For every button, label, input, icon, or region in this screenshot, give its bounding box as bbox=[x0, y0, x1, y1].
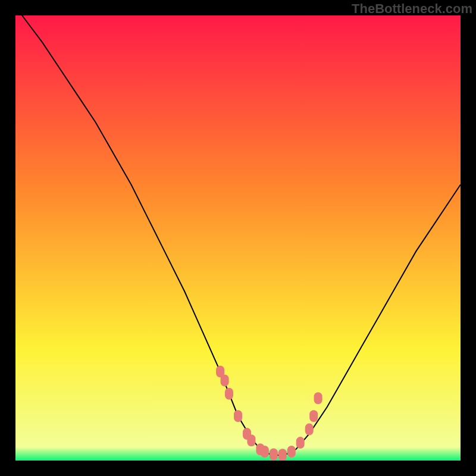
watermark-text: TheBottleneck.com bbox=[352, 1, 472, 17]
plot-area bbox=[15, 15, 461, 461]
marker-dot bbox=[221, 374, 229, 386]
marker-dot bbox=[314, 392, 322, 404]
gradient-background bbox=[15, 15, 461, 461]
marker-dot bbox=[225, 388, 233, 400]
marker-dot bbox=[247, 434, 255, 446]
marker-dot bbox=[296, 437, 305, 449]
marker-dot bbox=[287, 446, 296, 458]
bottleneck-chart bbox=[15, 15, 461, 461]
chart-frame: TheBottleneck.com bbox=[0, 0, 476, 476]
marker-dot bbox=[309, 410, 318, 422]
marker-dot bbox=[278, 449, 287, 461]
marker-dot bbox=[261, 446, 269, 458]
marker-dot bbox=[305, 424, 314, 436]
marker-dot bbox=[234, 410, 242, 422]
marker-dot bbox=[270, 449, 278, 461]
